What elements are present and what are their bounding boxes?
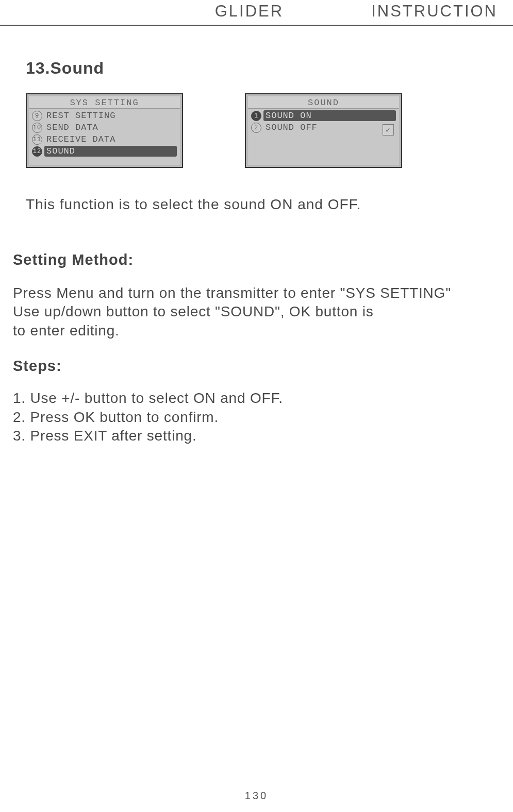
lcd-screen-sound: SOUND 1 SOUND ON 2 SOUND OFF ✓ <box>245 93 402 168</box>
item-label: SOUND ON <box>263 110 396 121</box>
section-title: 13.Sound <box>26 59 513 78</box>
body-line: Use up/down button to select "SOUND", OK… <box>13 302 513 321</box>
lcd-menu-item: 2 SOUND OFF <box>251 122 396 133</box>
item-label: SOUND OFF <box>263 122 320 133</box>
item-number-icon: 12 <box>32 146 42 157</box>
setting-method-body: Press Menu and turn on the transmitter t… <box>13 284 513 340</box>
step-item: 2. Press OK button to confirm. <box>13 408 513 427</box>
body-line: Press Menu and turn on the transmitter t… <box>13 284 513 302</box>
step-item: 3. Press EXIT after setting. <box>13 427 513 445</box>
lcd-menu-item: 11 RECEIVE DATA <box>32 133 177 145</box>
item-number-icon: 9 <box>32 111 42 121</box>
lcd-menu-item-selected: 1 SOUND ON <box>251 110 396 122</box>
lcd-title: SOUND <box>248 96 399 109</box>
lcd-title: SYS SETTING <box>29 96 180 109</box>
steps-heading: Steps: <box>13 358 513 375</box>
item-label: REST SETTING <box>44 110 118 121</box>
lcd-menu-item: 9 REST SETTING <box>32 110 177 122</box>
check-icon: ✓ <box>383 124 394 136</box>
item-label: RECEIVE DATA <box>44 134 118 145</box>
header-left: GLIDER <box>215 2 284 21</box>
item-number-icon: 11 <box>32 134 42 145</box>
item-number-icon: 1 <box>251 111 261 121</box>
body-line: to enter editing. <box>13 322 513 340</box>
item-label: SOUND <box>44 146 177 157</box>
item-label: SEND DATA <box>44 122 101 133</box>
page-number: 130 <box>0 790 513 802</box>
lcd-menu-item: 10 SEND DATA <box>32 122 177 133</box>
setting-method-heading: Setting Method: <box>13 251 513 268</box>
item-number-icon: 10 <box>32 123 42 133</box>
page-header: GLIDER INSTRUCTION <box>0 2 513 26</box>
step-item: 1. Use +/- button to select ON and OFF. <box>13 389 513 408</box>
lcd-menu-item-selected: 12 SOUND <box>32 145 177 157</box>
header-right: INSTRUCTION <box>371 2 498 21</box>
steps-list: 1. Use +/- button to select ON and OFF. … <box>13 389 513 445</box>
lcd-screen-sys-setting: SYS SETTING 9 REST SETTING 10 SEND DATA … <box>26 93 183 168</box>
intro-text: This function is to select the sound ON … <box>26 194 513 215</box>
screenshots-row: SYS SETTING 9 REST SETTING 10 SEND DATA … <box>26 93 513 168</box>
item-number-icon: 2 <box>251 123 261 133</box>
